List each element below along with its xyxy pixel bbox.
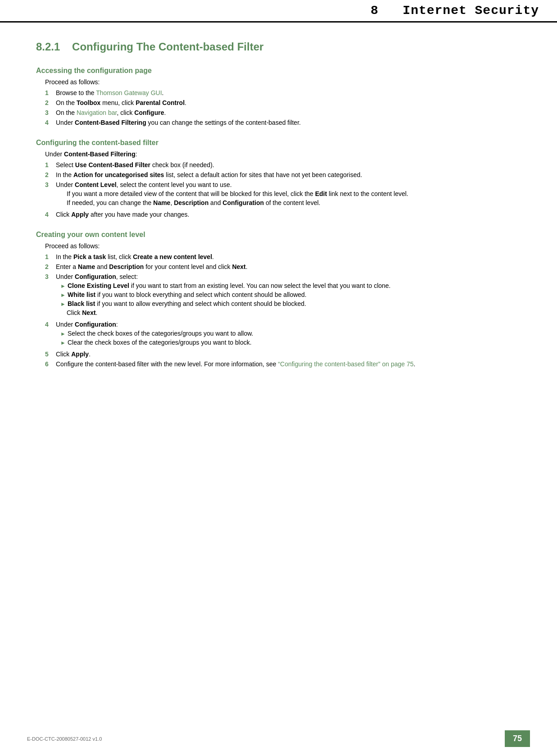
- step-item: 1 In the Pick a task list, click Create …: [45, 253, 530, 260]
- configuring-heading: Configuring the content-based filter: [36, 139, 530, 147]
- sub-item: ► Clear the check boxes of the categorie…: [60, 339, 530, 346]
- creating-steps: 1 In the Pick a task list, click Create …: [45, 253, 530, 368]
- accessing-intro: Proceed as follows:: [45, 78, 530, 86]
- chapter-title-text: Internet Security: [403, 4, 539, 18]
- configuring-section: Configuring the content-based filter Und…: [36, 139, 530, 218]
- step-item: 3 On the Navigation bar, click Configure…: [45, 109, 530, 116]
- accessing-section: Accessing the configuration page Proceed…: [36, 67, 530, 126]
- step-item: 4 Under Content-Based Filtering you can …: [45, 119, 530, 126]
- creating-intro: Proceed as follows:: [45, 242, 530, 250]
- step-item: 2 In the Action for uncategorised sites …: [45, 171, 530, 178]
- step-item: 6 Configure the content-based filter wit…: [45, 360, 530, 368]
- section-title: 8.2.1 Configuring The Content-based Filt…: [36, 41, 530, 53]
- step-item: 2 Enter a Name and Description for your …: [45, 263, 530, 270]
- page-footer: E-DOC-CTC-20080527-0012 v1.0 75: [0, 730, 557, 747]
- main-content: 8.2.1 Configuring The Content-based Filt…: [0, 23, 557, 403]
- accessing-steps: 1 Browse to the Thomson Gateway GUI. 2 O…: [45, 89, 530, 126]
- doc-id: E-DOC-CTC-20080527-0012 v1.0: [27, 736, 102, 742]
- creating-section: Creating your own content level Proceed …: [36, 231, 530, 368]
- step-item: 3 Under Configuration, select: ► Clone E…: [45, 273, 530, 318]
- sub-item: ► Clone Existing Level if you want to st…: [60, 282, 530, 289]
- step-item: 1 Select Use Content-Based Filter check …: [45, 161, 530, 169]
- chapter-title: 8 Internet Security: [371, 4, 539, 18]
- page-header: 8 Internet Security: [0, 0, 557, 23]
- page-number: 75: [505, 730, 530, 747]
- sub-item: ► White list if you want to block everyt…: [60, 291, 530, 298]
- step-item: 1 Browse to the Thomson Gateway GUI.: [45, 89, 530, 96]
- sub-item: ► Select the check boxes of the categori…: [60, 330, 530, 337]
- step-item: 5 Click Apply.: [45, 351, 530, 358]
- step-item: 2 On the Toolbox menu, click Parental Co…: [45, 99, 530, 106]
- step-item: 4 Click Apply after you have made your c…: [45, 211, 530, 218]
- creating-heading: Creating your own content level: [36, 231, 530, 239]
- configuring-under: Under Content-Based Filtering:: [45, 150, 530, 158]
- step-item: 3 Under Content Level, select the conten…: [45, 181, 530, 208]
- accessing-heading: Accessing the configuration page: [36, 67, 530, 75]
- step-item: 4 Under Configuration: ► Select the chec…: [45, 321, 530, 348]
- chapter-num: 8: [371, 4, 379, 18]
- configuring-steps: 1 Select Use Content-Based Filter check …: [45, 161, 530, 218]
- sub-item: ► Black list if you want to allow everyt…: [60, 300, 530, 307]
